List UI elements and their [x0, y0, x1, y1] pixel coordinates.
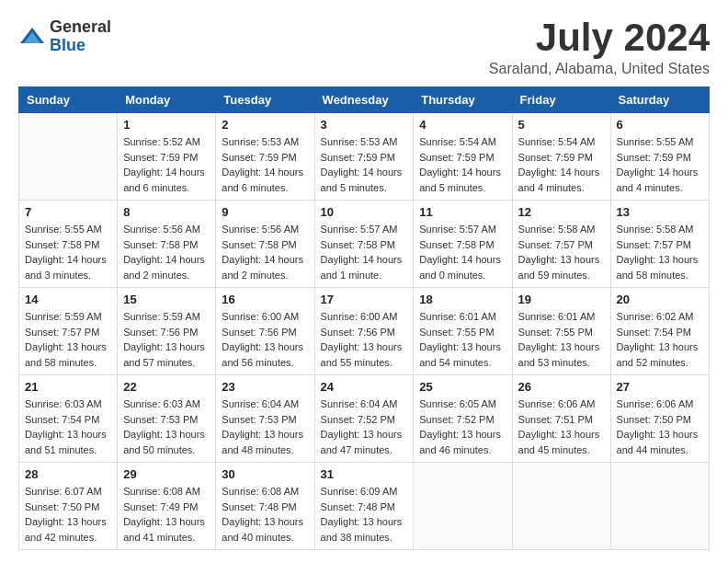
calendar-cell: 28Sunrise: 6:07 AMSunset: 7:50 PMDayligh…	[19, 463, 118, 550]
calendar-cell: 31Sunrise: 6:09 AMSunset: 7:48 PMDayligh…	[314, 463, 414, 550]
week-row-4: 21Sunrise: 6:03 AMSunset: 7:54 PMDayligh…	[19, 375, 710, 463]
calendar-cell: 5Sunrise: 5:54 AMSunset: 7:59 PMDaylight…	[512, 113, 610, 201]
day-info: Sunrise: 6:09 AMSunset: 7:48 PMDaylight:…	[321, 484, 408, 545]
day-info: Sunrise: 6:08 AMSunset: 7:49 PMDaylight:…	[123, 484, 210, 545]
day-info: Sunrise: 5:56 AMSunset: 7:58 PMDaylight:…	[123, 222, 210, 282]
day-number: 7	[25, 205, 111, 219]
calendar-cell: 11Sunrise: 5:57 AMSunset: 7:58 PMDayligh…	[414, 201, 512, 288]
day-number: 10	[321, 205, 408, 219]
weekday-header-sunday: Sunday	[19, 87, 118, 113]
day-info: Sunrise: 5:57 AMSunset: 7:58 PMDaylight:…	[419, 222, 506, 282]
day-number: 28	[25, 467, 111, 481]
calendar-cell: 15Sunrise: 5:59 AMSunset: 7:56 PMDayligh…	[118, 288, 216, 375]
page-header: General Blue July 2024 Saraland, Alabama…	[18, 18, 710, 77]
calendar-cell: 22Sunrise: 6:03 AMSunset: 7:53 PMDayligh…	[118, 375, 216, 463]
calendar-cell: 1Sunrise: 5:52 AMSunset: 7:59 PMDaylight…	[118, 113, 216, 201]
weekday-header-wednesday: Wednesday	[314, 87, 414, 113]
calendar-cell	[19, 113, 118, 201]
week-row-2: 7Sunrise: 5:55 AMSunset: 7:58 PMDaylight…	[19, 201, 710, 288]
calendar-cell: 17Sunrise: 6:00 AMSunset: 7:56 PMDayligh…	[314, 288, 414, 375]
calendar-cell: 12Sunrise: 5:58 AMSunset: 7:57 PMDayligh…	[512, 201, 610, 288]
day-info: Sunrise: 6:05 AMSunset: 7:52 PMDaylight:…	[419, 396, 506, 457]
day-info: Sunrise: 5:55 AMSunset: 7:58 PMDaylight:…	[25, 222, 111, 282]
day-number: 5	[518, 118, 605, 132]
day-number: 9	[222, 205, 308, 219]
weekday-header-saturday: Saturday	[610, 87, 709, 113]
logo-text: General Blue	[50, 18, 111, 55]
calendar-cell: 14Sunrise: 5:59 AMSunset: 7:57 PMDayligh…	[19, 288, 118, 375]
day-info: Sunrise: 6:07 AMSunset: 7:50 PMDaylight:…	[25, 484, 111, 545]
day-number: 21	[25, 380, 111, 394]
calendar-cell: 2Sunrise: 5:53 AMSunset: 7:59 PMDaylight…	[216, 113, 314, 201]
logo: General Blue	[18, 18, 111, 55]
weekday-header-friday: Friday	[512, 87, 610, 113]
day-number: 18	[419, 293, 506, 306]
calendar-cell	[414, 463, 512, 550]
day-info: Sunrise: 6:00 AMSunset: 7:56 PMDaylight:…	[222, 309, 308, 370]
week-row-3: 14Sunrise: 5:59 AMSunset: 7:57 PMDayligh…	[19, 288, 710, 375]
calendar-cell: 8Sunrise: 5:56 AMSunset: 7:58 PMDaylight…	[118, 201, 216, 288]
day-info: Sunrise: 5:54 AMSunset: 7:59 PMDaylight:…	[419, 134, 506, 195]
week-row-1: 1Sunrise: 5:52 AMSunset: 7:59 PMDaylight…	[19, 113, 710, 201]
day-info: Sunrise: 6:04 AMSunset: 7:53 PMDaylight:…	[222, 396, 308, 457]
day-info: Sunrise: 5:53 AMSunset: 7:59 PMDaylight:…	[321, 134, 408, 195]
logo-icon	[18, 23, 46, 51]
day-info: Sunrise: 5:53 AMSunset: 7:59 PMDaylight:…	[222, 134, 308, 195]
day-number: 16	[222, 293, 308, 306]
day-info: Sunrise: 6:03 AMSunset: 7:53 PMDaylight:…	[123, 396, 210, 457]
title-block: July 2024 Saraland, Alabama, United Stat…	[489, 18, 710, 77]
calendar-cell: 9Sunrise: 5:56 AMSunset: 7:58 PMDaylight…	[216, 201, 314, 288]
calendar-cell: 16Sunrise: 6:00 AMSunset: 7:56 PMDayligh…	[216, 288, 314, 375]
calendar-table: SundayMondayTuesdayWednesdayThursdayFrid…	[18, 86, 710, 550]
day-number: 4	[419, 118, 506, 132]
day-number: 27	[617, 380, 703, 394]
calendar-cell: 21Sunrise: 6:03 AMSunset: 7:54 PMDayligh…	[19, 375, 118, 463]
location-subtitle: Saraland, Alabama, United States	[489, 61, 710, 77]
weekday-header-thursday: Thursday	[414, 87, 512, 113]
calendar-cell: 6Sunrise: 5:55 AMSunset: 7:59 PMDaylight…	[610, 113, 709, 201]
day-number: 6	[617, 118, 703, 132]
week-row-5: 28Sunrise: 6:07 AMSunset: 7:50 PMDayligh…	[19, 463, 710, 550]
day-number: 24	[321, 380, 408, 394]
day-number: 23	[222, 380, 308, 394]
day-number: 26	[518, 380, 605, 394]
day-number: 29	[123, 467, 210, 481]
day-info: Sunrise: 6:00 AMSunset: 7:56 PMDaylight:…	[321, 309, 408, 370]
calendar-cell: 29Sunrise: 6:08 AMSunset: 7:49 PMDayligh…	[118, 463, 216, 550]
logo-blue: Blue	[50, 37, 111, 55]
calendar-cell: 10Sunrise: 5:57 AMSunset: 7:58 PMDayligh…	[314, 201, 414, 288]
day-info: Sunrise: 5:52 AMSunset: 7:59 PMDaylight:…	[123, 134, 210, 195]
day-number: 25	[419, 380, 506, 394]
calendar-cell: 4Sunrise: 5:54 AMSunset: 7:59 PMDaylight…	[414, 113, 512, 201]
weekday-header-row: SundayMondayTuesdayWednesdayThursdayFrid…	[19, 87, 710, 113]
day-number: 1	[123, 118, 210, 132]
calendar-cell: 18Sunrise: 6:01 AMSunset: 7:55 PMDayligh…	[414, 288, 512, 375]
calendar-cell: 3Sunrise: 5:53 AMSunset: 7:59 PMDaylight…	[314, 113, 414, 201]
calendar-cell: 13Sunrise: 5:58 AMSunset: 7:57 PMDayligh…	[610, 201, 709, 288]
calendar-cell	[512, 463, 610, 550]
day-number: 3	[321, 118, 408, 132]
month-year-title: July 2024	[489, 18, 710, 57]
day-number: 22	[123, 380, 210, 394]
day-number: 17	[321, 293, 408, 306]
day-number: 14	[25, 293, 111, 306]
day-info: Sunrise: 6:06 AMSunset: 7:51 PMDaylight:…	[518, 396, 605, 457]
day-info: Sunrise: 5:56 AMSunset: 7:58 PMDaylight:…	[222, 222, 308, 282]
day-info: Sunrise: 6:08 AMSunset: 7:48 PMDaylight:…	[222, 484, 308, 545]
weekday-header-tuesday: Tuesday	[216, 87, 314, 113]
day-info: Sunrise: 5:59 AMSunset: 7:57 PMDaylight:…	[25, 309, 111, 370]
day-info: Sunrise: 5:55 AMSunset: 7:59 PMDaylight:…	[617, 134, 703, 195]
day-number: 15	[123, 293, 210, 306]
weekday-header-monday: Monday	[118, 87, 216, 113]
calendar-cell: 26Sunrise: 6:06 AMSunset: 7:51 PMDayligh…	[512, 375, 610, 463]
day-number: 13	[617, 205, 703, 219]
day-info: Sunrise: 5:59 AMSunset: 7:56 PMDaylight:…	[123, 309, 210, 370]
calendar-cell: 23Sunrise: 6:04 AMSunset: 7:53 PMDayligh…	[216, 375, 314, 463]
day-info: Sunrise: 6:03 AMSunset: 7:54 PMDaylight:…	[25, 396, 111, 457]
calendar-cell: 20Sunrise: 6:02 AMSunset: 7:54 PMDayligh…	[610, 288, 709, 375]
calendar-cell: 7Sunrise: 5:55 AMSunset: 7:58 PMDaylight…	[19, 201, 118, 288]
day-info: Sunrise: 5:58 AMSunset: 7:57 PMDaylight:…	[617, 222, 703, 282]
calendar-cell: 27Sunrise: 6:06 AMSunset: 7:50 PMDayligh…	[610, 375, 709, 463]
calendar-cell: 25Sunrise: 6:05 AMSunset: 7:52 PMDayligh…	[414, 375, 512, 463]
day-number: 20	[617, 293, 703, 306]
